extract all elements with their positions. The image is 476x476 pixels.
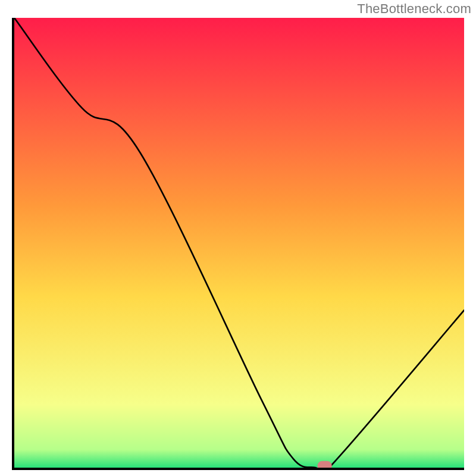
svg-rect-1 [318,461,332,468]
curve-layer [14,18,464,468]
plot-area [12,18,464,470]
chart-stage: TheBottleneck.com [0,0,476,476]
bottleneck-curve [14,18,464,468]
optimal-marker [318,461,332,468]
watermark-text: TheBottleneck.com [357,1,471,17]
